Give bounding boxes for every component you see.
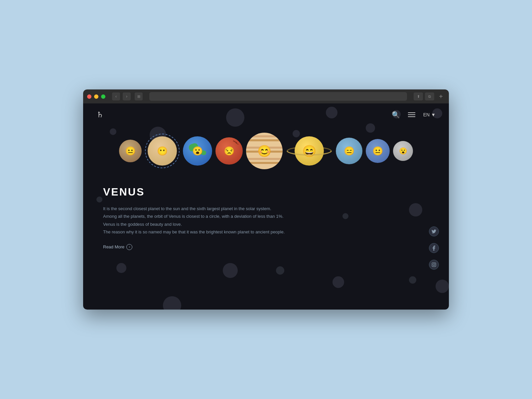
svg-point-1 — [433, 264, 435, 266]
facebook-icon[interactable] — [429, 243, 439, 253]
planet-saturn[interactable]: 😄 — [286, 136, 332, 166]
neptune-face: 😐 — [366, 139, 390, 163]
back-button[interactable]: ‹ — [112, 92, 120, 100]
read-more-arrow: › — [126, 244, 132, 250]
forward-button[interactable]: › — [123, 92, 131, 100]
planet-pluto[interactable]: 😮 — [393, 141, 413, 161]
pluto-face: 😮 — [393, 141, 413, 161]
planet-name: VENUS — [103, 186, 429, 198]
description-line1: It is the second closest planet to the s… — [103, 205, 376, 212]
planet-venus[interactable]: 😶 — [145, 134, 180, 168]
jupiter-face: 😊 — [246, 133, 283, 169]
description-line4: The reason why it is so named may be tha… — [103, 228, 376, 236]
planet-mars[interactable]: 😒 — [215, 137, 243, 165]
description-line3: Venus is the goddess of beauty and love. — [103, 220, 376, 228]
menu-icon[interactable] — [408, 112, 415, 117]
instagram-icon[interactable] — [429, 260, 439, 270]
site-navigation: ♄ 🔍 EN ▼ — [83, 103, 449, 126]
planets-row: 😐 😶 😮 — [83, 126, 449, 183]
description-line2: Among all the planets, the orbit of Venu… — [103, 212, 376, 220]
minimize-button[interactable] — [94, 94, 98, 99]
browser-window: ‹ › ⊞ ⬆ ⧉ + — [83, 89, 449, 310]
read-more-link[interactable]: Read More › — [103, 244, 429, 250]
close-button[interactable] — [87, 94, 91, 99]
browser-actions: ⬆ ⧉ — [414, 92, 434, 100]
browser-titlebar: ‹ › ⊞ ⬆ ⧉ + — [83, 89, 449, 103]
planet-mercury[interactable]: 😐 — [119, 140, 142, 162]
twitter-icon[interactable] — [429, 226, 439, 236]
svg-point-2 — [435, 263, 435, 264]
share-button[interactable]: ⬆ — [414, 92, 423, 100]
address-bar[interactable] — [149, 92, 407, 101]
read-more-text: Read More — [103, 244, 124, 249]
svg-rect-0 — [432, 263, 436, 267]
search-icon[interactable]: 🔍 — [392, 111, 400, 119]
chevron-down-icon: ▼ — [431, 112, 436, 117]
site-content: ♄ 🔍 EN ▼ 😐 — [83, 103, 449, 310]
add-tab-button[interactable]: + — [437, 92, 445, 100]
new-tab-button[interactable]: ⧉ — [425, 92, 434, 100]
nav-right: 🔍 EN ▼ — [392, 111, 436, 119]
planet-info: VENUS It is the second closest planet to… — [83, 183, 449, 263]
uranus-face: 😑 — [336, 138, 362, 164]
mars-face: 😒 — [215, 137, 243, 165]
earth-face: 😮 — [183, 136, 212, 166]
planet-jupiter[interactable]: 😊 — [246, 133, 283, 169]
maximize-button[interactable] — [101, 94, 105, 99]
site-logo[interactable]: ♄ — [96, 110, 104, 119]
language-selector[interactable]: EN ▼ — [423, 112, 436, 117]
social-sidebar — [429, 226, 439, 270]
planet-neptune[interactable]: 😐 — [366, 139, 390, 163]
planet-earth[interactable]: 😮 — [183, 136, 212, 166]
planet-description: It is the second closest planet to the s… — [103, 205, 376, 236]
planet-uranus[interactable]: 😑 — [336, 138, 362, 164]
sidebar-button[interactable]: ⊞ — [135, 92, 143, 100]
language-label: EN — [423, 112, 430, 117]
browser-navigation: ‹ › ⊞ — [112, 92, 143, 100]
mercury-face: 😐 — [119, 140, 142, 162]
